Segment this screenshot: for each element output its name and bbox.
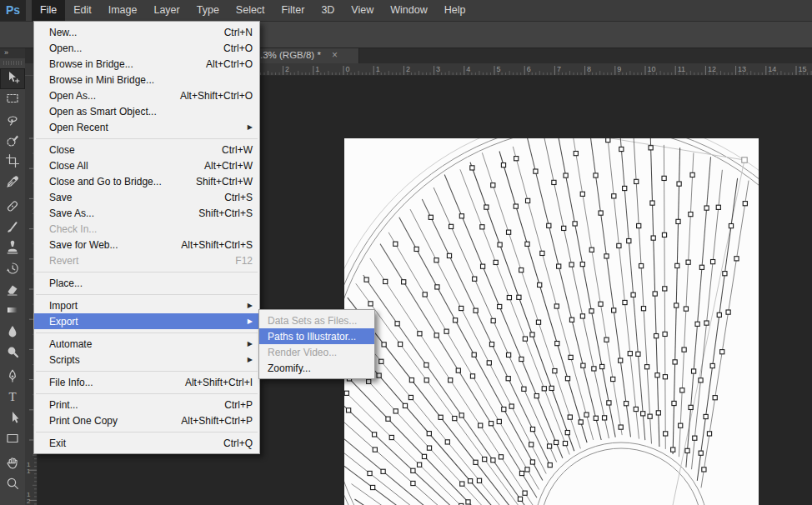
menu-item-label: Scripts [49, 354, 80, 366]
menubar-item-help[interactable]: Help [436, 0, 474, 21]
tool-spot-healing-brush[interactable] [0, 197, 25, 218]
menu-item-shortcut: Ctrl+Q [223, 438, 253, 449]
menu-item-label: Close and Go to Bridge... [49, 176, 162, 188]
menu-item-open[interactable]: Open...Ctrl+O [34, 40, 259, 56]
menu-item-label: Browse in Bridge... [49, 58, 133, 70]
tool-gradient[interactable] [0, 301, 25, 322]
menu-item-label: Import [49, 300, 78, 312]
menu-item-open-recent[interactable]: Open Recent▶ [34, 119, 259, 135]
menu-item-print-one-copy[interactable]: Print One CopyAlt+Shift+Ctrl+P [34, 412, 259, 428]
document-canvas[interactable] [344, 138, 759, 505]
clone-stamp-icon [5, 240, 20, 258]
menu-item-label: Render Video... [268, 347, 337, 358]
tool-hand[interactable] [0, 453, 25, 474]
menu-item-close-all[interactable]: Close AllAlt+Ctrl+W [34, 158, 259, 173]
menu-item-import[interactable]: Import▶ [34, 298, 259, 313]
tab-close-icon[interactable]: × [332, 48, 338, 63]
menu-item-shortcut: Alt+Ctrl+W [204, 160, 253, 172]
menu-bar: Ps FileEditImageLayerTypeSelectFilter3DV… [0, 0, 812, 22]
menu-item-shortcut: Alt+Shift+Ctrl+O [180, 90, 253, 102]
menu-item-revert: RevertF12 [34, 252, 259, 268]
tool-brush[interactable] [0, 218, 25, 238]
svg-text:11: 11 [678, 65, 685, 73]
menu-item-browse-in-bridge[interactable]: Browse in Bridge...Alt+Ctrl+O [34, 56, 259, 72]
submenu-arrow-icon: ▶ [248, 302, 253, 309]
rectangular-marquee-icon [5, 91, 20, 109]
menu-separator [36, 272, 258, 272]
menu-item-close-and-go-to-bridge[interactable]: Close and Go to Bridge...Shift+Ctrl+W [34, 173, 259, 189]
menu-item-shortcut: Shift+Ctrl+S [198, 208, 253, 219]
menu-item-label: Browse in Mini Bridge... [49, 74, 154, 86]
svg-text:12: 12 [708, 65, 716, 73]
menu-item-shortcut: Ctrl+W [222, 144, 253, 156]
menu-item-label: Print... [49, 399, 78, 411]
eyedropper-icon [5, 174, 20, 192]
menu-item-save-as[interactable]: Save As...Shift+Ctrl+S [34, 205, 259, 221]
svg-text:1: 1 [315, 65, 319, 73]
svg-text:1: 1 [376, 65, 380, 73]
tool-type[interactable]: T [0, 388, 25, 408]
menu-item-export[interactable]: Export▶ [34, 313, 259, 329]
menubar-item-select[interactable]: Select [228, 0, 273, 21]
menubar-item-view[interactable]: View [343, 0, 382, 21]
lasso-icon [5, 112, 20, 130]
menu-item-save[interactable]: SaveCtrl+S [34, 189, 259, 205]
tool-eyedropper[interactable] [0, 172, 25, 193]
menubar-item-layer[interactable]: Layer [145, 0, 188, 21]
tool-history-brush[interactable] [0, 259, 25, 280]
tools-panel-grip[interactable] [3, 61, 22, 65]
menubar-item-filter[interactable]: Filter [273, 0, 313, 21]
menu-item-label: Save [49, 192, 72, 203]
zoom-icon [5, 476, 20, 494]
menu-item-save-for-web[interactable]: Save for Web...Alt+Shift+Ctrl+S [34, 237, 259, 252]
menu-item-open-as-smart-object[interactable]: Open as Smart Object... [34, 103, 259, 119]
menu-item-label: Close [49, 144, 75, 156]
menu-item-open-as[interactable]: Open As...Alt+Shift+Ctrl+O [34, 88, 259, 103]
menu-item-new[interactable]: New...Ctrl+N [34, 24, 259, 40]
menu-item-label: Exit [49, 438, 66, 449]
tool-blur[interactable] [0, 322, 25, 342]
menubar-item-3d[interactable]: 3D [313, 0, 343, 21]
menu-item-paths-to-illustrator[interactable]: Paths to Illustrator... [259, 328, 374, 344]
spot-healing-brush-icon [5, 198, 20, 217]
menubar-item-file[interactable]: File [32, 0, 65, 21]
tool-move[interactable] [0, 68, 25, 89]
submenu-arrow-icon: ▶ [248, 318, 253, 325]
menubar-item-image[interactable]: Image [100, 0, 146, 21]
path-selection-icon [5, 410, 20, 428]
tool-rectangular-marquee[interactable] [0, 89, 25, 110]
menu-item-data-sets-as-files: Data Sets as Files... [259, 312, 374, 328]
tool-pen[interactable] [0, 367, 25, 388]
menu-item-shortcut: Ctrl+P [224, 399, 253, 411]
menu-item-print[interactable]: Print...Ctrl+P [34, 397, 259, 412]
menu-item-place[interactable]: Place... [34, 275, 259, 291]
menubar-item-edit[interactable]: Edit [65, 0, 100, 21]
menu-item-close[interactable]: CloseCtrl+W [34, 142, 259, 158]
tool-quick-selection[interactable] [0, 131, 25, 152]
svg-text:13: 13 [738, 65, 746, 73]
tool-zoom[interactable] [0, 474, 25, 495]
tool-crop[interactable] [0, 152, 25, 172]
menu-item-scripts[interactable]: Scripts▶ [34, 352, 259, 368]
menubar-item-type[interactable]: Type [188, 0, 228, 21]
menubar-item-window[interactable]: Window [382, 0, 435, 21]
menu-item-label: Save As... [49, 208, 94, 219]
dodge-icon [5, 344, 20, 362]
tool-dodge[interactable] [0, 342, 25, 363]
menu-item-browse-in-mini-bridge[interactable]: Browse in Mini Bridge... [34, 72, 259, 88]
tool-lasso[interactable] [0, 110, 25, 131]
pen-icon [5, 368, 20, 387]
crop-icon [5, 153, 20, 172]
tool-rectangle[interactable] [0, 429, 25, 450]
brush-icon [5, 219, 20, 238]
tool-eraser[interactable] [0, 280, 25, 301]
svg-text:2: 2 [285, 65, 289, 73]
tool-path-selection[interactable] [0, 408, 25, 429]
menu-item-label: Revert [49, 255, 78, 267]
tools-panel-collapse[interactable]: » [0, 48, 25, 58]
tool-clone-stamp[interactable] [0, 238, 25, 259]
menu-item-exit[interactable]: ExitCtrl+Q [34, 435, 259, 451]
menu-item-file-info[interactable]: File Info...Alt+Shift+Ctrl+I [34, 374, 259, 390]
menu-item-zoomify[interactable]: Zoomify... [259, 360, 374, 376]
menu-item-automate[interactable]: Automate▶ [34, 336, 259, 352]
